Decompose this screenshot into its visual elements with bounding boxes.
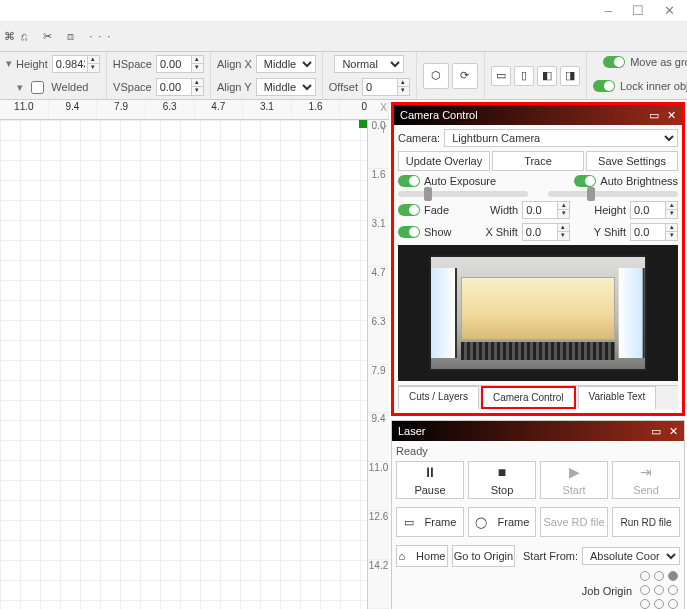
alignx-select[interactable]: Middle <box>256 55 316 73</box>
yshift-label: Y Shift <box>594 226 626 238</box>
stop-button[interactable]: ■Stop <box>468 461 536 499</box>
frame-rect-icon: ▭ <box>404 516 414 529</box>
panel-close-icon[interactable]: ✕ <box>667 109 676 122</box>
canvas-grid <box>0 120 367 609</box>
vspace-spinner[interactable]: ▴▾ <box>156 78 204 96</box>
dropdown-chevron-icon[interactable]: ▾ <box>6 57 12 70</box>
x-axis-label: X <box>380 102 387 113</box>
home-button[interactable]: ⌂ Home <box>396 545 448 567</box>
origin-marker <box>359 120 367 128</box>
panel-close-icon[interactable]: ✕ <box>669 425 678 438</box>
start-button[interactable]: ▶Start <box>540 461 608 499</box>
offset-spinner[interactable]: ▴▾ <box>362 78 410 96</box>
tool-icon-2[interactable]: ⟳ <box>452 63 478 89</box>
ruler-vertical: 0.01.63.14.76.37.99.411.012.614.2 <box>367 120 389 609</box>
send-button[interactable]: ⇥Send <box>612 461 680 499</box>
run-rd-button[interactable]: Run RD file <box>612 507 680 537</box>
lock-inner-label: Lock inner objects <box>620 80 687 92</box>
xshift-spinner[interactable]: ▴▾ <box>522 223 570 241</box>
yshift-spinner[interactable]: ▴▾ <box>630 223 678 241</box>
dropdown-chevron-icon[interactable]: ▾ <box>17 81 23 94</box>
stop-icon: ■ <box>498 464 506 480</box>
auto-brightness-label: Auto Brightness <box>600 175 678 187</box>
panel-undock-icon[interactable]: ▭ <box>651 425 661 438</box>
frame-oval-button[interactable]: ◯ Frame <box>468 507 536 537</box>
aligny-select[interactable]: Middle <box>256 78 316 96</box>
frame-rect-button[interactable]: ▭ Frame <box>396 507 464 537</box>
lock-inner-toggle[interactable] <box>593 80 615 92</box>
welded-label: Welded <box>51 81 88 93</box>
laser-status: Ready <box>396 445 680 457</box>
cam-height-label: Height <box>594 204 626 216</box>
fade-label: Fade <box>424 204 449 216</box>
width-spinner[interactable]: ▴▾ <box>522 201 570 219</box>
cam-height-spinner[interactable]: ▴▾ <box>630 201 678 219</box>
home-icon: ⌂ <box>398 550 405 562</box>
aligny-label: Align Y <box>217 81 252 93</box>
joborigin-label: Job Origin <box>582 585 632 597</box>
frame-oval-icon: ◯ <box>475 516 487 529</box>
camera-panel-title: Camera Control <box>400 109 478 121</box>
welded-checkbox[interactable] <box>31 81 44 94</box>
ruler-horizontal: 11.09.47.96.34.73.11.60 <box>0 100 389 120</box>
camera-select[interactable]: Lightburn Camera <box>444 129 678 147</box>
y-axis-label: Y <box>380 124 387 135</box>
camera-panel-highlight: Camera Control ▭✕ Camera: Lightburn Came… <box>391 102 685 416</box>
save-rd-button[interactable]: Save RD file <box>540 507 608 537</box>
startfrom-label: Start From: <box>523 550 578 562</box>
design-canvas[interactable]: 11.09.47.96.34.73.11.60 X 0.01.63.14.76.… <box>0 100 389 609</box>
align-icon-3[interactable]: ◧ <box>537 66 557 86</box>
job-origin-grid[interactable] <box>640 571 680 609</box>
tool-icon-1[interactable]: ⬡ <box>423 63 449 89</box>
update-overlay-button[interactable]: Update Overlay <box>398 151 490 171</box>
play-icon: ▶ <box>569 464 580 480</box>
window-close[interactable]: ✕ <box>664 3 675 18</box>
window-minimize[interactable]: – <box>605 3 612 18</box>
camera-panel-header[interactable]: Camera Control ▭✕ <box>394 105 682 125</box>
vspace-label: VSpace <box>113 81 152 93</box>
send-icon: ⇥ <box>640 464 652 480</box>
exposure-slider[interactable] <box>398 191 528 197</box>
height-spinner[interactable]: ▴▾ <box>52 55 100 73</box>
startfrom-select[interactable]: Absolute Coords <box>582 547 680 565</box>
move-group-toggle[interactable] <box>603 56 625 68</box>
mode-select[interactable]: Normal <box>334 55 404 73</box>
tab-cuts-layers[interactable]: Cuts / Layers <box>398 386 479 409</box>
laser-panel-title: Laser <box>398 425 426 437</box>
width-label: Width <box>490 204 518 216</box>
trace-button[interactable]: Trace <box>492 151 584 171</box>
goto-origin-button[interactable]: Go to Origin <box>452 545 515 567</box>
fade-toggle[interactable] <box>398 204 420 216</box>
brightness-slider[interactable] <box>548 191 678 197</box>
xshift-label: X Shift <box>485 226 517 238</box>
align-icon-4[interactable]: ◨ <box>560 66 580 86</box>
pause-icon: ⏸ <box>423 464 437 480</box>
offset-label: Offset <box>329 81 358 93</box>
height-label: Height <box>16 58 48 70</box>
camera-label: Camera: <box>398 132 440 144</box>
auto-exposure-label: Auto Exposure <box>424 175 496 187</box>
align-icon-2[interactable]: ▯ <box>514 66 534 86</box>
panel-undock-icon[interactable]: ▭ <box>649 109 659 122</box>
camera-preview <box>398 245 678 381</box>
save-settings-button[interactable]: Save Settings <box>586 151 678 171</box>
auto-exposure-toggle[interactable] <box>398 175 420 187</box>
tab-variable-text[interactable]: Variable Text <box>578 386 657 409</box>
hspace-label: HSpace <box>113 58 152 70</box>
toolstrip-glyphs: ⌘⎌ ✂ ⧈ ·∙· <box>4 30 116 43</box>
alignx-label: Align X <box>217 58 252 70</box>
align-icon-1[interactable]: ▭ <box>491 66 511 86</box>
show-label: Show <box>424 226 452 238</box>
show-toggle[interactable] <box>398 226 420 238</box>
move-group-label: Move as group <box>630 56 687 68</box>
auto-brightness-toggle[interactable] <box>574 175 596 187</box>
hspace-spinner[interactable]: ▴▾ <box>156 55 204 73</box>
window-maximize[interactable]: ☐ <box>632 3 644 18</box>
laser-panel-header[interactable]: Laser ▭✕ <box>392 421 684 441</box>
tab-camera-control[interactable]: Camera Control <box>481 386 576 409</box>
pause-button[interactable]: ⏸Pause <box>396 461 464 499</box>
